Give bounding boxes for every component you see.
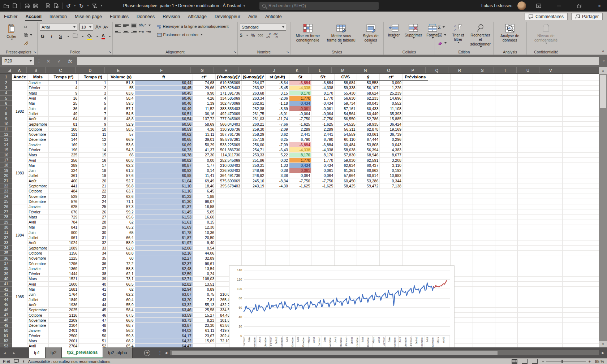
autosum-button[interactable]: Σ [437,24,447,30]
cell[interactable] [540,287,563,292]
cell[interactable]: 64,47 [135,343,193,347]
cell[interactable] [518,121,540,126]
merge-center-button[interactable]: Fusionner et centrer [156,31,229,38]
cell[interactable] [518,85,540,90]
row-header-23[interactable]: 23 [0,188,12,194]
cell[interactable]: 96,61 [193,261,216,266]
cell[interactable] [266,204,289,209]
cell[interactable]: 63,061 [357,132,380,137]
cell-styles-button[interactable]: Styles de cellules [360,23,382,45]
cell[interactable] [450,163,473,168]
cell[interactable] [402,188,428,194]
cell[interactable]: 60,449 [357,111,380,116]
cell[interactable] [540,240,563,245]
cell[interactable]: -2,09 [266,127,289,132]
month-cell[interactable]: Décembre [27,199,48,204]
cell[interactable]: 171,391736 [216,91,242,96]
undo-icon[interactable]: ↺ [66,3,71,9]
cell[interactable] [428,116,450,121]
cell[interactable] [473,127,495,132]
cell[interactable]: 48,8 [107,116,135,121]
cell[interactable] [428,194,450,199]
cell[interactable] [495,121,518,126]
cell[interactable] [495,307,518,312]
cell[interactable] [216,235,242,240]
month-cell[interactable]: Novembre [27,318,48,323]
cell[interactable] [428,132,450,137]
cell[interactable] [473,178,495,183]
cell[interactable] [563,240,599,245]
cell[interactable]: 55,430 [335,91,357,96]
find-select-button[interactable]: Rechercher et sélectionner [469,23,492,48]
cell[interactable]: 6,790 [311,137,335,142]
cell[interactable] [495,147,518,152]
borders-button[interactable] [73,33,78,40]
cell[interactable] [402,157,428,162]
cell[interactable]: 68,7 [107,323,135,328]
cell[interactable]: 1,88 [193,194,216,199]
cell[interactable]: 60,59 [135,127,193,132]
cell[interactable]: 60,92 [135,168,193,173]
clear-filter-icon[interactable] [92,4,97,8]
cell[interactable]: 64,17 [135,333,193,338]
month-cell[interactable]: Mars [27,152,48,157]
increase-font-icon[interactable]: A˄ [95,24,101,30]
cell[interactable] [518,220,540,225]
cell[interactable] [518,287,540,292]
cell[interactable] [518,173,540,178]
cell[interactable] [450,111,473,116]
cell[interactable]: 0,14 [193,168,216,173]
cell[interactable] [563,142,599,147]
zoom-slider[interactable]: −+ [542,359,591,364]
cell[interactable] [540,142,563,147]
cell[interactable] [495,101,518,106]
cell[interactable] [380,256,403,261]
cell[interactable] [473,147,495,152]
cell[interactable] [540,209,563,214]
cell[interactable] [402,209,428,214]
cell[interactable] [450,235,473,240]
cell[interactable] [428,163,450,168]
sheet-nav-right-icon[interactable]: ▸ [9,347,19,358]
cell[interactable] [473,173,495,178]
row-header-22[interactable]: 22 [0,183,12,188]
cell[interactable]: 61,16 [135,188,193,194]
cell[interactable] [540,225,563,230]
cell[interactable]: 58,425 [335,183,357,188]
cell[interactable]: 63,87 [135,323,193,328]
cell[interactable] [357,230,380,235]
cell[interactable] [518,209,540,214]
cell[interactable]: 1089 [48,246,79,251]
cell[interactable]: 56,394 [357,147,380,152]
cell[interactable]: 6,45 [193,188,216,194]
cell[interactable]: 361 [48,173,79,178]
month-cell[interactable]: Janvier [27,266,48,271]
accessibility-status[interactable]: Accessibilité : consultez nos recommanda… [28,359,110,364]
cell[interactable] [241,256,265,261]
cell[interactable]: 330,936736 [216,127,242,132]
cell[interactable]: 15,09 [193,338,216,343]
cell[interactable]: 41,37 [193,147,216,152]
cell[interactable] [563,256,599,261]
save-icon[interactable] [33,4,38,8]
cell[interactable]: 54,559 [335,132,357,137]
cell[interactable]: 7,138 [380,183,403,188]
cell[interactable]: 38 [79,271,108,276]
cell[interactable]: 60,433 [357,106,380,111]
cell[interactable]: 9 [48,91,79,96]
cell[interactable] [241,225,265,230]
cell[interactable] [473,199,495,204]
month-cell[interactable]: Septembre [27,246,48,251]
cell[interactable]: 67,5 [107,312,135,317]
cell[interactable] [402,178,428,183]
cell[interactable] [450,116,473,121]
cell[interactable]: 19,169 [380,127,403,132]
month-cell[interactable]: Août [27,116,48,121]
cell[interactable]: 1,226 [380,85,403,90]
column-header-Q[interactable]: Q [426,67,448,73]
cell[interactable] [495,261,518,266]
row-header-2[interactable]: 2 [0,80,12,85]
cell[interactable] [518,199,540,204]
cell[interactable]: 15,27 [193,312,216,317]
cell[interactable] [428,225,450,230]
